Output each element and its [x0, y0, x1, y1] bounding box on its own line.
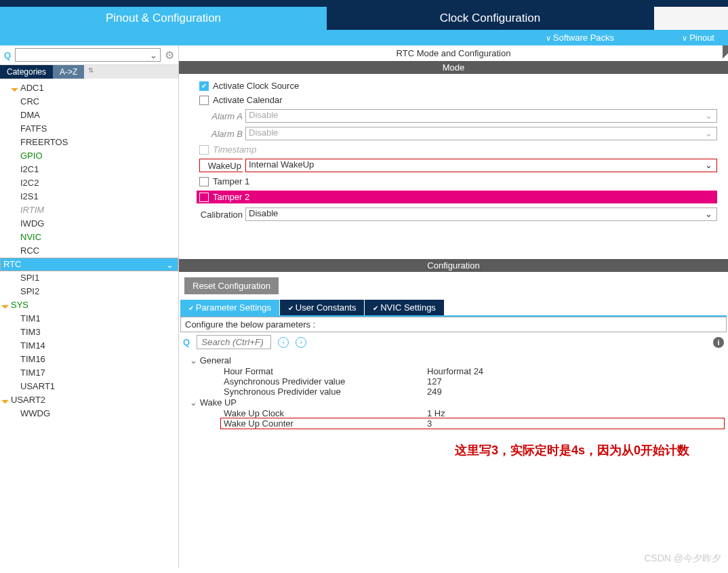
sidebar-item-usart1[interactable]: USART1: [0, 380, 178, 393]
configuration-header: Configuration: [179, 259, 728, 272]
sidebar-item-tim17[interactable]: TIM17: [0, 366, 178, 380]
left-sidebar: Q ⚙ Categories A->Z ⇅ ADC1CRCDMAFATFSFRE…: [0, 45, 179, 568]
sidebar-item-spi2[interactable]: SPI2: [0, 285, 178, 298]
tamper1-label: Tamper 1: [213, 176, 249, 186]
peripheral-list: ADC1CRCDMAFATFSFREERTOSGPIOI2C1I2C2I2S1I…: [0, 79, 178, 568]
activate-clock-label: Activate Clock Source: [213, 81, 299, 91]
mode-section: ✔Activate Clock Source Activate Calendar…: [179, 74, 728, 232]
reset-configuration-button[interactable]: Reset Configuration: [184, 277, 279, 294]
sidebar-item-tim16[interactable]: TIM16: [0, 353, 178, 366]
wakeup-counter-value[interactable]: 3: [427, 418, 432, 429]
sidebar-item-fatfs[interactable]: FATFS: [0, 122, 178, 136]
collapse-notch-icon[interactable]: [723, 45, 728, 66]
tab-clock-config[interactable]: Clock Configuration: [327, 7, 653, 30]
sidebar-item-i2s1[interactable]: I2S1: [0, 190, 178, 203]
wakeup-clock-key: Wake Up Clock: [224, 408, 427, 418]
wakeup-select[interactable]: Internal WakeUp: [245, 159, 717, 172]
sub-toolbar: Software Packs Pinout: [0, 30, 728, 45]
prev-result-icon[interactable]: ‹: [278, 337, 289, 348]
activate-calendar-checkbox[interactable]: [199, 96, 209, 105]
sidebar-item-crc[interactable]: CRC: [0, 95, 178, 108]
sidebar-item-nvic[interactable]: NVIC: [0, 231, 178, 244]
wakeup-clock-value[interactable]: 1 Hz: [427, 408, 445, 418]
sidebar-item-tim14[interactable]: TIM14: [0, 339, 178, 353]
tab-categories[interactable]: Categories: [0, 65, 53, 79]
sidebar-item-i2c1[interactable]: I2C1: [0, 163, 178, 176]
title-bar-spacer: [0, 0, 728, 7]
timestamp-checkbox[interactable]: [199, 145, 209, 155]
activate-calendar-label: Activate Calendar: [213, 95, 283, 105]
software-packs-menu[interactable]: Software Packs: [546, 33, 614, 43]
async-predivider-key: Asynchronous Predivider value: [224, 376, 427, 387]
alarm-b-label: Alarm B: [199, 129, 243, 139]
configuration-section: Reset Configuration Parameter Settings U…: [179, 272, 728, 461]
sidebar-item-wwdg[interactable]: WWDG: [0, 407, 178, 420]
main-panel: RTC Mode and Configuration Mode ✔Activat…: [179, 45, 728, 568]
tab-parameter-settings[interactable]: Parameter Settings: [180, 300, 280, 315]
sync-predivider-value[interactable]: 249: [427, 387, 442, 397]
info-icon[interactable]: i: [713, 337, 724, 348]
wakeup-label: WakeUp: [199, 159, 243, 172]
calibration-select[interactable]: Disable: [245, 208, 717, 221]
sidebar-item-spi1[interactable]: SPI1: [0, 271, 178, 285]
main-tab-bar: Pinout & Configuration Clock Configurati…: [0, 7, 728, 30]
timestamp-label: Timestamp: [213, 144, 256, 155]
calibration-label: Calibration: [199, 210, 243, 220]
tab-a-to-z[interactable]: A->Z: [53, 65, 84, 79]
sidebar-item-iwdg[interactable]: IWDG: [0, 217, 178, 231]
sidebar-item-i2c2[interactable]: I2C2: [0, 176, 178, 190]
hour-format-value[interactable]: Hourformat 24: [427, 366, 483, 376]
alarm-b-select[interactable]: Disable: [245, 127, 717, 140]
tab-empty: [653, 7, 728, 30]
parameter-tree: General Hour FormatHourformat 24 Asynchr…: [179, 352, 728, 431]
tamper2-checkbox[interactable]: [199, 193, 209, 202]
sync-predivider-key: Synchronous Predivider value: [224, 387, 427, 397]
sort-icon[interactable]: ⇅: [84, 65, 98, 79]
sidebar-item-adc1[interactable]: ADC1: [0, 81, 178, 95]
pinout-menu[interactable]: Pinout: [682, 33, 714, 43]
sidebar-item-tim1[interactable]: TIM1: [0, 312, 178, 325]
sidebar-item-rtc[interactable]: RTC: [0, 258, 178, 271]
next-result-icon[interactable]: ›: [296, 337, 306, 348]
red-annotation-text: 这里写3，实际定时是4s，因为从0开始计数: [179, 431, 728, 461]
search-icon: Q: [4, 50, 11, 60]
group-general[interactable]: General: [183, 355, 724, 366]
tab-pinout-config[interactable]: Pinout & Configuration: [0, 7, 327, 30]
peripheral-search-select[interactable]: [15, 48, 161, 62]
tab-nvic-settings[interactable]: NVIC Settings: [365, 300, 444, 315]
sidebar-item-sys[interactable]: SYS: [0, 298, 178, 312]
alarm-a-label: Alarm A: [199, 111, 243, 121]
tamper1-checkbox[interactable]: [199, 177, 209, 186]
tamper2-label: Tamper 2: [213, 192, 249, 202]
param-search-input[interactable]: [197, 335, 271, 349]
async-predivider-value[interactable]: 127: [427, 376, 442, 387]
panel-title: RTC Mode and Configuration: [179, 45, 728, 61]
sidebar-item-rcc[interactable]: RCC: [0, 244, 178, 258]
group-wakeup[interactable]: Wake UP: [183, 397, 724, 408]
sidebar-item-gpio[interactable]: GPIO: [0, 149, 178, 163]
tab-user-constants[interactable]: User Constants: [280, 300, 365, 315]
hour-format-key: Hour Format: [224, 366, 427, 376]
param-search-icon: Q: [183, 337, 190, 347]
sidebar-item-irtim[interactable]: IRTIM: [0, 203, 178, 217]
mode-header: Mode: [179, 61, 728, 74]
watermark: CSDN @今夕昨夕: [644, 553, 721, 565]
gear-icon[interactable]: ⚙: [165, 49, 174, 62]
configure-instruction: Configure the below parameters :: [180, 317, 727, 332]
sidebar-item-dma[interactable]: DMA: [0, 108, 178, 122]
sidebar-item-tim3[interactable]: TIM3: [0, 325, 178, 339]
sidebar-item-freertos[interactable]: FREERTOS: [0, 136, 178, 149]
alarm-a-select[interactable]: Disable: [245, 109, 717, 123]
activate-clock-checkbox[interactable]: ✔: [199, 81, 209, 91]
wakeup-counter-key: Wake Up Counter: [224, 418, 427, 429]
sidebar-item-usart2[interactable]: USART2: [0, 393, 178, 407]
